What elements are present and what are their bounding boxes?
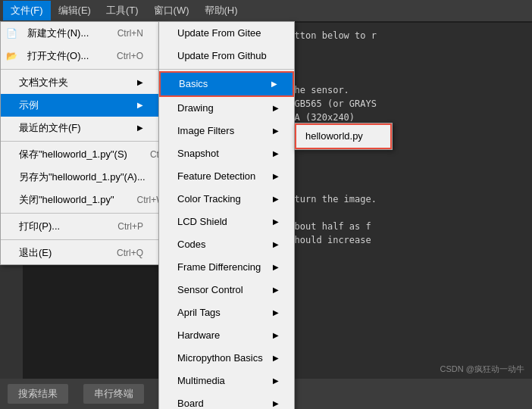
- menu-examples[interactable]: 示例 ▶: [1, 94, 158, 117]
- menu-basics[interactable]: Basics ▶: [159, 71, 294, 97]
- menu-print[interactable]: 打印(P)... Ctrl+P: [1, 215, 158, 238]
- menu-update-github[interactable]: Update From Github: [159, 45, 294, 67]
- menu-snapshot[interactable]: Snapshot ▶: [159, 142, 294, 165]
- menubar-edit[interactable]: 编辑(E): [51, 1, 99, 20]
- menu-update-gitee[interactable]: Update From Gitee: [159, 22, 294, 45]
- arrow-icon: ▶: [273, 304, 279, 321]
- menu-multimedia[interactable]: Multimedia ▶: [159, 370, 294, 392]
- menu-color-tracking[interactable]: Color Tracking ▶: [159, 188, 294, 211]
- menu-docs-folder[interactable]: 文档文件夹 ▶: [1, 71, 158, 94]
- open-file-icon: 📂: [4, 48, 19, 64]
- arrow-icon: ▶: [137, 74, 143, 91]
- menu-drawing[interactable]: Drawing ▶: [159, 97, 294, 120]
- arrow-icon: ▶: [273, 100, 279, 117]
- menu-hardware[interactable]: Hardware ▶: [159, 324, 294, 347]
- menu-recent-files[interactable]: 最近的文件(F) ▶: [1, 117, 158, 139]
- menu-codes[interactable]: Codes ▶: [159, 233, 294, 256]
- arrow-icon: ▶: [273, 350, 279, 367]
- example-submenu: Update From Gitee Update From Github Bas…: [158, 21, 295, 409]
- arrow-icon: ▶: [273, 168, 279, 185]
- separator-1: [1, 69, 158, 70]
- arrow-icon: ▶: [273, 282, 279, 298]
- watermark: CSDN @疯狂动一动牛: [440, 364, 524, 375]
- arrow-icon: ▶: [137, 97, 143, 114]
- arrow-icon: ▶: [273, 123, 279, 139]
- menubar: 文件(F) 编辑(E) 工具(T) 窗口(W) 帮助(H): [0, 0, 532, 21]
- menu-new-file[interactable]: 📄 新建文件(N)... Ctrl+N: [1, 22, 158, 45]
- separator-4: [1, 239, 158, 240]
- menubar-window[interactable]: 窗口(W): [146, 1, 197, 20]
- menu-open-file[interactable]: 📂 打开文件(O)... Ctrl+O: [1, 45, 158, 67]
- menu-feature-detection[interactable]: Feature Detection ▶: [159, 165, 294, 188]
- arrow-icon: ▶: [273, 395, 279, 409]
- arrow-icon: ▶: [271, 76, 277, 92]
- menu-image-filters[interactable]: Image Filters ▶: [159, 120, 294, 142]
- basics-submenu: helloworld.py: [294, 123, 393, 150]
- menubar-help[interactable]: 帮助(H): [197, 1, 246, 20]
- file-menu: 📄 新建文件(N)... Ctrl+N 📂 打开文件(O)... Ctrl+O …: [0, 21, 159, 265]
- menu-exit[interactable]: 退出(E) Ctrl+Q: [1, 242, 158, 264]
- menu-close[interactable]: 关闭"helloworld_1.py" Ctrl+W: [1, 189, 158, 211]
- menu-save[interactable]: 保存"helloworld_1.py"(S) Ctrl+S: [1, 143, 158, 166]
- arrow-icon: ▶: [273, 327, 279, 344]
- separator-2: [1, 141, 158, 142]
- arrow-icon: ▶: [273, 145, 279, 162]
- menu-board[interactable]: Board ▶: [159, 392, 294, 409]
- arrow-icon: ▶: [273, 214, 279, 230]
- menu-frame-differencing[interactable]: Frame Differencing ▶: [159, 256, 294, 279]
- menu-lcd-shield[interactable]: LCD Shield ▶: [159, 211, 294, 233]
- menubar-file[interactable]: 文件(F): [3, 1, 51, 20]
- menu-micropython-basics[interactable]: Micropython Basics ▶: [159, 347, 294, 370]
- menu-save-as[interactable]: 另存为"helloworld_1.py"(A)...: [1, 166, 158, 189]
- new-file-icon: 📄: [4, 26, 19, 41]
- serial-terminal-btn[interactable]: 串行终端: [83, 384, 144, 404]
- arrow-icon: ▶: [273, 236, 279, 253]
- arrow-icon: ▶: [273, 259, 279, 276]
- separator-3: [1, 213, 158, 214]
- arrow-icon: ▶: [273, 373, 279, 389]
- search-results-btn[interactable]: 搜索结果: [8, 384, 68, 404]
- separator-ex-1: [159, 69, 294, 70]
- arrow-icon: ▶: [273, 191, 279, 208]
- menubar-tools[interactable]: 工具(T): [99, 1, 146, 20]
- menu-sensor-control[interactable]: Sensor Control ▶: [159, 279, 294, 301]
- menu-helloworld[interactable]: helloworld.py: [295, 123, 392, 149]
- arrow-icon: ▶: [137, 120, 143, 136]
- menu-april-tags[interactable]: April Tags ▶: [159, 301, 294, 324]
